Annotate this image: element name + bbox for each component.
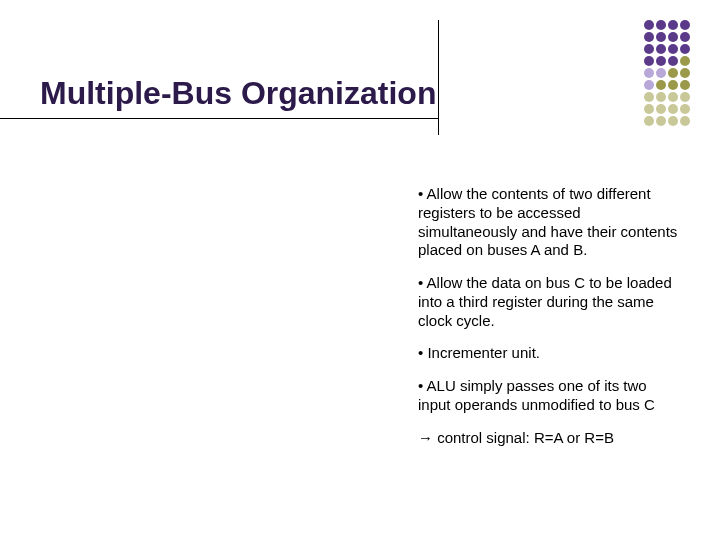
slide-title: Multiple-Bus Organization: [40, 75, 436, 112]
bullet-item: • Allow the data on bus C to be loaded i…: [418, 274, 678, 330]
vertical-divider: [438, 20, 439, 135]
bullet-item: • Incrementer unit.: [418, 344, 678, 363]
title-underline: [0, 118, 438, 119]
bullet-item: • Allow the contents of two different re…: [418, 185, 678, 260]
decorative-dots: [644, 20, 690, 128]
bullet-item: • ALU simply passes one of its two input…: [418, 377, 678, 415]
bullet-list: • Allow the contents of two different re…: [418, 185, 678, 461]
bullet-item: → control signal: R=A or R=B: [418, 429, 678, 448]
